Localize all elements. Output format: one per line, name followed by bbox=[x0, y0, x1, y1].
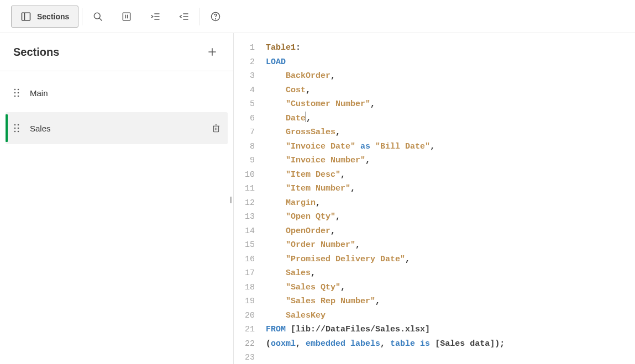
code-line[interactable]: SalesKey bbox=[266, 309, 505, 323]
code-line[interactable]: "Item Number", bbox=[266, 182, 505, 196]
grip-icon[interactable] bbox=[11, 123, 22, 133]
svg-point-22 bbox=[18, 96, 19, 97]
code-token: , bbox=[330, 71, 335, 81]
code-token: ooxml bbox=[271, 339, 296, 349]
code-line[interactable]: "Invoice Number", bbox=[266, 154, 505, 168]
code-line[interactable] bbox=[266, 351, 505, 364]
code-token: , bbox=[430, 142, 435, 151]
code-editor[interactable]: 1234567891011121314151617181920212223 Ta… bbox=[234, 33, 635, 364]
line-number: 23 bbox=[238, 351, 255, 364]
plus-icon bbox=[207, 46, 218, 57]
code-token bbox=[370, 142, 375, 151]
indent-button[interactable] bbox=[143, 6, 167, 28]
code-token bbox=[286, 325, 291, 334]
sections-list: Main Sales bbox=[0, 71, 233, 150]
svg-point-2 bbox=[95, 13, 101, 19]
code-token: "Order Number" bbox=[286, 240, 355, 250]
sidebar-resize-handle[interactable]: || bbox=[229, 194, 231, 203]
line-number: 2 bbox=[238, 55, 255, 70]
code-token: , bbox=[335, 212, 340, 221]
svg-point-14 bbox=[216, 18, 216, 19]
code-line[interactable]: "Item Desc", bbox=[266, 168, 505, 182]
line-number: 1 bbox=[238, 41, 255, 55]
code-line[interactable]: OpenOrder, bbox=[266, 224, 505, 239]
code-token: "Item Desc" bbox=[286, 170, 340, 180]
line-number: 21 bbox=[238, 323, 255, 337]
grip-icon[interactable] bbox=[11, 88, 22, 98]
code-token: "Sales Rep Number" bbox=[286, 297, 375, 306]
code-line[interactable]: Table1: bbox=[266, 41, 505, 55]
sidebar-item-label: Sales bbox=[30, 124, 211, 133]
code-line[interactable]: GrossSales, bbox=[266, 125, 505, 140]
code-token: : bbox=[296, 43, 301, 52]
line-number: 3 bbox=[238, 69, 255, 83]
code-token: BackOrder bbox=[286, 71, 330, 81]
code-token: , bbox=[375, 297, 380, 306]
sections-sidebar: Sections Main Sales bbox=[0, 33, 234, 364]
code-token: , bbox=[306, 86, 311, 95]
line-number: 10 bbox=[238, 168, 255, 182]
help-button[interactable] bbox=[203, 6, 228, 28]
svg-point-21 bbox=[14, 96, 16, 97]
sidebar-header: Sections bbox=[0, 33, 233, 71]
sidebar-item-sales[interactable]: Sales bbox=[6, 112, 228, 144]
line-number: 9 bbox=[238, 154, 255, 168]
code-line[interactable]: BackOrder, bbox=[266, 69, 505, 83]
indent-icon bbox=[150, 11, 161, 22]
svg-point-20 bbox=[18, 92, 19, 94]
svg-line-3 bbox=[99, 18, 102, 20]
line-number: 17 bbox=[238, 266, 255, 281]
code-token: , bbox=[365, 156, 370, 165]
code-token: , bbox=[335, 128, 340, 137]
code-token: "Promised Delivery Date" bbox=[286, 255, 405, 264]
code-line[interactable]: Sales, bbox=[266, 266, 505, 281]
code-token: , bbox=[340, 170, 345, 180]
code-line[interactable]: "Open Qty", bbox=[266, 210, 505, 224]
outdent-button[interactable] bbox=[172, 6, 196, 28]
line-number: 7 bbox=[238, 125, 255, 140]
code-token: "Customer Number" bbox=[286, 99, 370, 109]
code-token: table is bbox=[390, 339, 430, 349]
add-section-button[interactable] bbox=[204, 44, 220, 60]
code-line[interactable]: Margin, bbox=[266, 196, 505, 210]
toolbar-separator bbox=[82, 8, 82, 25]
sections-toggle-button[interactable]: Sections bbox=[11, 6, 78, 28]
code-token: , bbox=[330, 226, 335, 236]
code-token bbox=[355, 142, 360, 151]
code-area[interactable]: Table1:LOAD BackOrder, Cost, "Customer N… bbox=[261, 33, 509, 364]
code-token: , bbox=[296, 339, 306, 349]
comment-icon bbox=[121, 11, 132, 22]
comment-button[interactable] bbox=[114, 6, 139, 28]
code-line[interactable]: "Promised Delivery Date", bbox=[266, 252, 505, 267]
code-line[interactable]: (ooxml, embedded labels, table is [Sales… bbox=[266, 337, 505, 351]
code-token: "Open Qty" bbox=[286, 212, 335, 221]
code-token: embedded labels bbox=[306, 339, 380, 349]
code-token: Cost bbox=[286, 86, 306, 95]
code-token: [Sales data] bbox=[435, 339, 495, 349]
code-line[interactable]: LOAD bbox=[266, 55, 505, 70]
code-line[interactable]: Cost, bbox=[266, 83, 505, 98]
sidebar-title: Sections bbox=[13, 46, 59, 59]
toolbar: Sections bbox=[0, 0, 635, 33]
code-line[interactable]: "Sales Rep Number", bbox=[266, 294, 505, 309]
search-icon bbox=[92, 11, 103, 22]
code-line[interactable]: "Sales Qty", bbox=[266, 281, 505, 295]
line-number: 14 bbox=[238, 224, 255, 239]
code-line[interactable]: Date, bbox=[266, 112, 505, 126]
line-number: 16 bbox=[238, 252, 255, 267]
search-button[interactable] bbox=[86, 6, 110, 28]
code-line[interactable]: "Order Number", bbox=[266, 238, 505, 252]
delete-section-button[interactable] bbox=[211, 123, 221, 133]
code-line[interactable]: FROM [lib://DataFiles/Sales.xlsx] bbox=[266, 323, 505, 337]
code-line[interactable]: "Customer Number", bbox=[266, 97, 505, 112]
line-number: 18 bbox=[238, 281, 255, 295]
code-token: GrossSales bbox=[286, 128, 335, 137]
code-token: "Invoice Number" bbox=[286, 156, 365, 165]
line-number: 5 bbox=[238, 97, 255, 112]
sidebar-item-main[interactable]: Main bbox=[6, 77, 228, 109]
code-token: "Sales Qty" bbox=[286, 283, 340, 292]
code-line[interactable]: "Invoice Date" as "Bill Date", bbox=[266, 140, 505, 154]
svg-point-28 bbox=[18, 131, 19, 133]
code-token: Sales bbox=[286, 268, 311, 278]
svg-point-27 bbox=[14, 131, 16, 133]
